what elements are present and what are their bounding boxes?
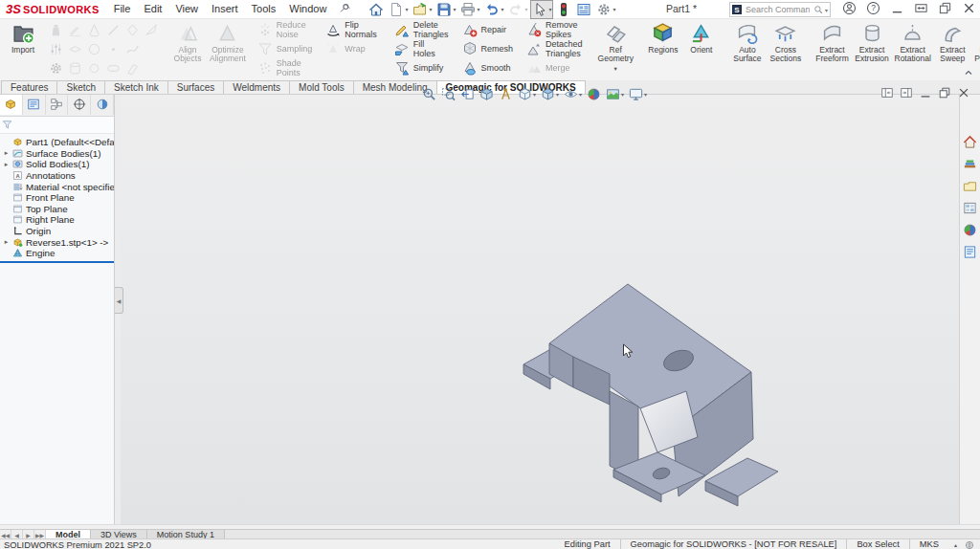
tree-item-annotations[interactable]: AAnnotations: [0, 170, 114, 182]
select-dropdown-icon[interactable]: ▾: [548, 6, 551, 12]
graphics-viewport[interactable]: z x y: [121, 94, 960, 524]
flip-normals-button[interactable]: Flip Normals: [321, 20, 382, 39]
new-dropdown-icon[interactable]: ▾: [405, 6, 408, 12]
menu-tools[interactable]: Tools: [245, 0, 283, 18]
redo-dropdown-icon[interactable]: ▾: [524, 6, 527, 12]
tree-item-solid[interactable]: ▸Solid Bodies(1): [0, 159, 114, 170]
tree-item-right[interactable]: Right Plane: [0, 214, 114, 226]
search-input[interactable]: [744, 4, 812, 15]
hide-show-items-dropdown-icon[interactable]: ▾: [579, 91, 582, 98]
tree-item-reverse1-stp-1[interactable]: ▸Reverse1.stp<1> ->: [0, 236, 114, 248]
align-objects-button[interactable]: Align Objects: [168, 20, 207, 64]
view-orientation-dropdown-icon[interactable]: ▾: [533, 91, 536, 98]
options-dropdown-icon[interactable]: ▾: [612, 6, 615, 12]
status-globe-icon[interactable]: [965, 540, 974, 549]
simplify-button[interactable]: Simplify: [390, 58, 454, 77]
edit-appearance-button[interactable]: [586, 86, 602, 102]
file-explorer-button[interactable]: [962, 178, 978, 194]
extract-extrusion-button[interactable]: Extract Extrusion: [852, 20, 892, 64]
search-icon[interactable]: [813, 5, 823, 14]
home-button[interactable]: [367, 0, 386, 19]
tool-pen-button[interactable]: [65, 20, 84, 39]
tree-item-top[interactable]: Top Plane: [0, 204, 114, 215]
solidworks-resources-button[interactable]: [962, 134, 978, 150]
next-window-button[interactable]: [900, 86, 913, 99]
tree-item-origin[interactable]: Origin: [0, 226, 114, 237]
sampling-button[interactable]: Sampling: [253, 39, 318, 58]
section-view-button[interactable]: [479, 86, 495, 102]
orient-button[interactable]: Orient: [682, 20, 721, 55]
help-button[interactable]: ?: [866, 1, 880, 15]
zoom-to-fit-button[interactable]: [421, 86, 437, 102]
task-pane-button[interactable]: [574, 0, 593, 19]
search-dropdown-icon[interactable]: ▾: [825, 7, 828, 13]
tree-item-part1[interactable]: Part1 (Default<<Default>_Display Stat: [0, 137, 114, 148]
undo-button[interactable]: ▾: [482, 0, 505, 19]
tool-sliders-button[interactable]: [46, 39, 65, 58]
apply-scene-button[interactable]: ▾: [605, 86, 625, 102]
pin-menu-icon[interactable]: [339, 3, 351, 15]
hide-show-items-button[interactable]: ▾: [563, 86, 583, 102]
smooth-button[interactable]: Smooth: [457, 58, 519, 77]
panel-tab-displaymanager[interactable]: [91, 94, 114, 115]
tool-sphere-button[interactable]: [84, 39, 103, 58]
close-document-button[interactable]: [957, 86, 970, 99]
tab-sketch-ink[interactable]: Sketch Ink: [104, 80, 168, 94]
tool-curve-button[interactable]: [122, 39, 142, 58]
status-units-caret-icon[interactable]: ▴: [948, 541, 963, 548]
previous-window-button[interactable]: [880, 86, 894, 99]
tool-diamond-button[interactable]: [122, 20, 142, 39]
panel-tab-dimxpertmanager[interactable]: [68, 94, 91, 115]
panel-tab-configurationmanager[interactable]: [46, 94, 69, 115]
extract-sweep-button[interactable]: Extract Sweep: [933, 20, 971, 64]
auto-surface-button[interactable]: Auto Surface: [728, 20, 767, 64]
tree-item-engine[interactable]: Engine: [0, 248, 114, 259]
tab-surfaces[interactable]: Surfaces: [167, 80, 224, 94]
design-library-button[interactable]: [962, 156, 978, 172]
menu-file[interactable]: File: [107, 0, 138, 18]
reduce-noise-button[interactable]: Reduce Noise: [253, 20, 318, 39]
detached-triangles-button[interactable]: Detached Triangles: [522, 39, 588, 58]
tool-flat-diamond-button[interactable]: [65, 39, 84, 58]
save-button[interactable]: ▾: [434, 0, 457, 19]
close-button[interactable]: [962, 1, 976, 15]
select-button[interactable]: ▾: [530, 0, 553, 19]
ribbon-collapse-icon[interactable]: [963, 67, 974, 78]
cross-sections-button[interactable]: Cross Sections: [767, 20, 805, 64]
wrap-button[interactable]: Wrap: [321, 39, 382, 58]
tree-expander[interactable]: ▸: [3, 238, 10, 246]
shade-points-button[interactable]: Shade Points: [253, 58, 318, 77]
minimize-button[interactable]: [890, 1, 904, 15]
appearances-scenes-and-decals-button[interactable]: [962, 222, 978, 238]
view-orientation-button[interactable]: ▾: [517, 86, 537, 102]
tab-features[interactable]: Features: [1, 80, 57, 94]
tab-sketch[interactable]: Sketch: [56, 80, 105, 94]
regions-button[interactable]: Regions: [644, 20, 682, 55]
tree-expander[interactable]: ▸: [3, 149, 10, 157]
ref-geometry-button[interactable]: Ref Geometry▾: [595, 20, 636, 72]
zoom-to-area-button[interactable]: [440, 86, 457, 102]
custom-properties-button[interactable]: [962, 244, 978, 260]
performance-button[interactable]: [554, 0, 573, 19]
import-button[interactable]: Import: [4, 20, 42, 55]
apply-scene-dropdown-icon[interactable]: ▾: [621, 91, 624, 98]
new-button[interactable]: ▾: [387, 0, 410, 19]
restore-document-button[interactable]: [938, 86, 951, 99]
fill-holes-button[interactable]: Fill Holes: [390, 39, 454, 58]
display-style-dropdown-icon[interactable]: ▾: [556, 91, 559, 98]
tool-slot-button[interactable]: [103, 58, 122, 77]
menu-window[interactable]: Window: [282, 0, 333, 18]
restore-button[interactable]: [938, 1, 952, 15]
extract-rotational-button[interactable]: Extract Rotational: [892, 20, 933, 64]
previous-view-button[interactable]: [459, 86, 476, 102]
print-dropdown-icon[interactable]: ▾: [477, 6, 479, 12]
menu-insert[interactable]: Insert: [205, 0, 245, 18]
save-dropdown-icon[interactable]: ▾: [453, 6, 456, 12]
remesh-button[interactable]: Remesh: [457, 39, 519, 58]
tab-weldments[interactable]: Weldments: [223, 80, 290, 94]
tool-sculpt-button[interactable]: [122, 58, 142, 77]
remove-spikes-button[interactable]: Remove Spikes: [522, 20, 588, 39]
panel-tab-propertymanager[interactable]: [23, 94, 46, 115]
print-button[interactable]: ▾: [458, 0, 481, 19]
tree-item-material[interactable]: Material <not specified>: [0, 181, 114, 192]
